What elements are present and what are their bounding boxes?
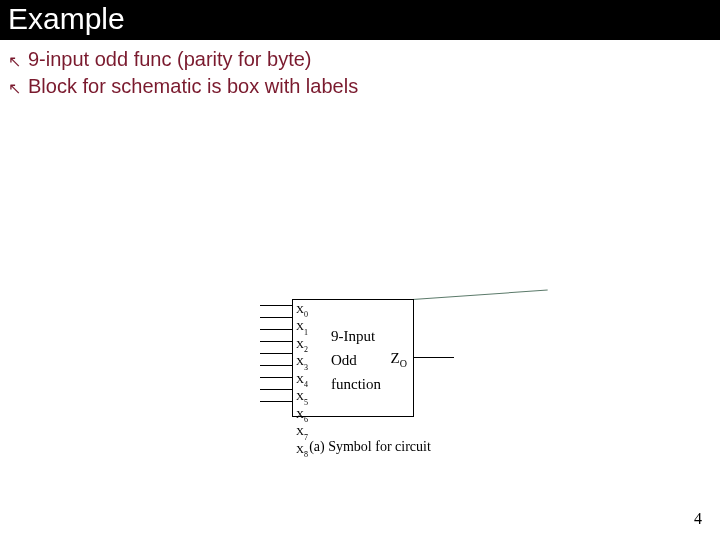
bullet-item: ↖ Block for schematic is box with labels <box>8 73 712 100</box>
diagram-caption: (a) Symbol for circuit <box>240 439 500 455</box>
output-label: ZO <box>391 350 407 369</box>
bullet-text: Block for schematic is box with labels <box>28 73 712 100</box>
bullet-text: 9-input odd func (parity for byte) <box>28 46 712 73</box>
title-bar: Example <box>0 0 720 40</box>
page-number: 4 <box>694 510 702 528</box>
arrow-icon: ↖ <box>8 78 28 100</box>
bullet-item: ↖ 9-input odd func (parity for byte) <box>8 46 712 73</box>
schematic-diagram: X0 X1 X2 X3 X4 X5 X6 X7 X8 9-Input Odd f… <box>260 295 500 455</box>
schematic-block: X0 X1 X2 X3 X4 X5 X6 X7 X8 9-Input Odd f… <box>260 295 480 425</box>
box-label: 9-Input Odd function <box>331 324 381 396</box>
input-wires <box>260 305 292 413</box>
pin-labels: X0 X1 X2 X3 X4 X5 X6 X7 X8 <box>296 303 308 460</box>
arrow-icon: ↖ <box>8 51 28 73</box>
output-wire <box>414 357 454 358</box>
slide-title: Example <box>8 2 125 35</box>
content-area: ↖ 9-input odd func (parity for byte) ↖ B… <box>0 40 720 106</box>
function-box: X0 X1 X2 X3 X4 X5 X6 X7 X8 9-Input Odd f… <box>292 299 414 417</box>
